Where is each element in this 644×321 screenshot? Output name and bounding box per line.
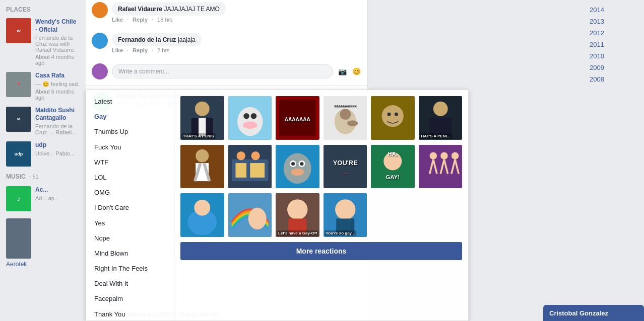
svg-point-6 [243,113,249,119]
reactions-grid-area: THAT'S A PENIS [174,90,468,320]
svg-point-41 [291,168,304,175]
music-name: Ac... [35,186,80,194]
reaction-cell-empty-1 [371,193,415,237]
svg-rect-31 [235,163,246,178]
reactions-menu: Latest Gay Thumbs Up Fuck You WTF LOL OM… [86,90,174,320]
person-name: Aerotek [6,261,80,268]
comment-author: Fernando de la Cruz [118,36,176,43]
reaction-cell-15[interactable]: Let's have a Gay-Off [276,193,319,237]
menu-item-wtf[interactable]: WTF [86,155,174,170]
year-2011[interactable]: 2011 [584,39,644,50]
svg-point-50 [429,152,436,159]
place-meta: Unive... Pablo... [35,150,80,156]
comment-placeholder: Write a comment... [118,68,169,75]
music-section: MUSIC · 51 [0,170,86,183]
svg-point-22 [433,102,447,116]
reaction-cell-2[interactable] [228,96,272,140]
place-item[interactable]: M Maldito Sushi Cantagallo Fernando de l… [0,104,86,138]
svg-text:HA,: HA, [388,150,398,156]
menu-item-omg[interactable]: OMG [86,185,174,200]
comment-actions: Like · Reply · 2 hrs [112,46,202,55]
menu-item-nope[interactable]: Nope [86,231,174,246]
reaction-cell-12[interactable] [419,145,463,189]
place-item[interactable]: 📍 Casa Rafa — 😊 feeling sad. About 6 mon… [0,69,86,104]
music-item[interactable]: ♪ Ac... Ad... ap... [0,183,86,214]
place-meta: Fernando de la Cruz — Rafael... [35,123,80,135]
avatar [92,33,108,49]
year-2012[interactable]: 2012 [584,27,644,39]
separator: · [152,47,153,53]
year-2008[interactable]: 2008 [584,73,644,85]
svg-point-34 [251,151,260,159]
menu-item-lol[interactable]: LOL [86,170,174,185]
menu-item-gay[interactable]: Gay [86,109,174,124]
comment-input[interactable]: Write a comment... [112,64,333,78]
svg-point-19 [387,112,391,116]
reaction-cell-14[interactable] [228,193,272,237]
menu-item-thumbs-up[interactable]: Thumbs Up [86,124,174,139]
place-name: udp [35,141,80,149]
svg-point-5 [237,107,263,136]
emoji-icon[interactable]: 😊 [351,66,361,76]
place-meta: Fernando de la Cruz was with Rafael Vida… [35,35,80,53]
reaction-cell-16[interactable]: You're so gay... [324,193,367,237]
reaction-cell-4[interactable]: GAAAAAAYYYY [324,96,367,140]
svg-point-67 [287,199,307,219]
year-2013[interactable]: 2013 [584,16,644,27]
svg-rect-49 [419,145,463,189]
reaction-cell-9[interactable] [276,145,319,189]
reply-link[interactable]: Reply [133,17,148,23]
menu-item-fuck-you[interactable]: Fuck You [86,140,174,155]
reply-link[interactable]: Reply [133,47,148,53]
place-item[interactable]: udp udp Unive... Pablo... [0,138,86,170]
music-badge: · 51 [29,174,38,180]
camera-icon[interactable]: 📷 [337,66,347,76]
write-comment-area: Write a comment... 📷 😊 [86,59,367,84]
place-thumb: W [6,18,31,43]
menu-item-i-dont-care[interactable]: I Don't Care [86,200,174,215]
svg-rect-62 [195,216,210,234]
reaction-cell-10[interactable]: YOU'RE ... [324,145,367,189]
reaction-cell-11[interactable]: HA, GAY! [371,145,415,189]
menu-item-mind-blown[interactable]: Mind Blown [86,246,174,261]
menu-item-deal-with-it[interactable]: Deal With It [86,276,174,291]
place-thumb: M [6,107,31,132]
year-2014[interactable]: 2014 [584,4,644,16]
right-sidebar: 2014 2013 2012 2011 2010 2009 2008 [584,0,644,321]
reaction-cell-13[interactable] [180,193,224,237]
svg-point-20 [395,112,398,116]
year-2009[interactable]: 2009 [584,62,644,73]
reaction-cell-8[interactable] [228,145,272,189]
reaction-cell-6[interactable]: HAT'S A PENI... [419,96,463,140]
svg-point-33 [236,151,245,159]
place-name: Casa Rafa [35,72,80,80]
more-reactions-button[interactable]: More reactions [180,242,462,260]
place-time: About 6 months ago [35,89,80,101]
place-thumb: udp [6,141,31,167]
bottom-bar[interactable]: Cristobal Gonzalez [543,305,644,321]
menu-item-thank-you[interactable]: Thank You [86,307,174,321]
comment-text: jaajaja [178,36,196,43]
grid-row-1: THAT'S A PENIS [180,96,462,140]
menu-item-yes[interactable]: Yes [86,216,174,231]
avatar [92,63,108,79]
menu-item-right-in-the-feels[interactable]: Right In The Feels [86,261,174,276]
svg-rect-42 [324,145,367,189]
reaction-cell-7[interactable] [180,145,224,189]
reaction-cell-1[interactable]: THAT'S A PENIS [180,96,224,140]
comment-item: Rafael Vidaurre JAJAJAJAJ TE AMO Like · … [86,0,367,29]
svg-point-1 [195,102,210,116]
reaction-cell-5[interactable] [371,96,415,140]
reaction-cell-3[interactable]: AAAAAAA [276,96,319,140]
left-sidebar: PLACES W Wendy's Chile - Oficial Fernand… [0,0,86,321]
music-meta: Ad... ap... [35,195,80,201]
place-item[interactable]: W Wendy's Chile - Oficial Fernando de la… [0,15,86,69]
like-link[interactable]: Like [112,47,123,53]
menu-item-facepalm[interactable]: Facepalm [86,291,174,306]
svg-point-40 [300,162,303,165]
menu-item-latest[interactable]: Latest [86,94,174,109]
like-link[interactable]: Like [112,17,123,23]
place-name: Maldito Sushi Cantagallo [35,107,80,122]
year-2010[interactable]: 2010 [584,50,644,62]
music-title: MUSIC [6,173,26,180]
